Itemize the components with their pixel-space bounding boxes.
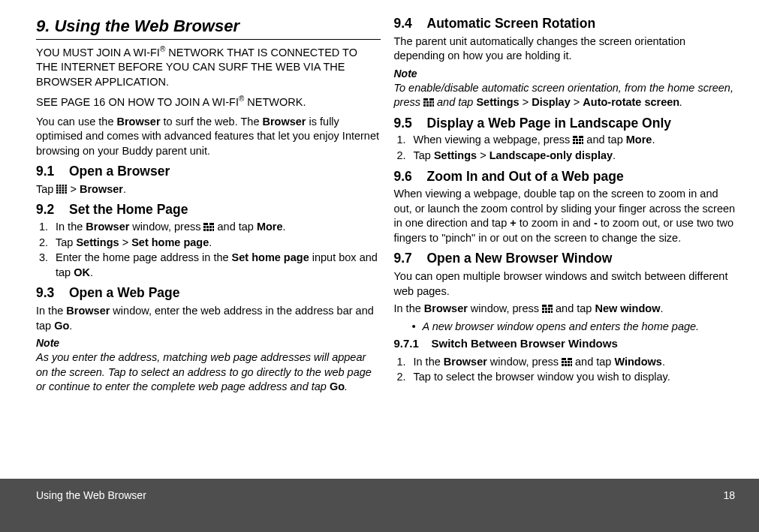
svg-rect-38 bbox=[573, 139, 575, 141]
svg-rect-50 bbox=[548, 308, 550, 310]
svg-rect-44 bbox=[579, 142, 581, 144]
section-9-7-bullets: •A new browser window opens and enters t… bbox=[412, 320, 739, 335]
list-item: 3.Enter the home page address in the Set… bbox=[39, 251, 381, 280]
list-item: 1.In the Browser window, press and tap W… bbox=[397, 355, 739, 370]
section-9-3-body: In the Browser window, enter the web add… bbox=[36, 304, 381, 333]
menu-icon bbox=[562, 356, 572, 364]
section-9-3: 9.3 Open a Web Page bbox=[36, 284, 381, 302]
chapter-title: 9. Using the Web Browser bbox=[36, 15, 381, 40]
svg-rect-46 bbox=[542, 305, 547, 307]
section-9-5-list: 1.When viewing a webpage, press and tap … bbox=[397, 133, 739, 163]
svg-rect-16 bbox=[203, 223, 208, 225]
svg-rect-2 bbox=[62, 185, 65, 187]
section-9-4-body: The parent unit automatically changes th… bbox=[394, 35, 739, 64]
svg-rect-53 bbox=[545, 311, 547, 313]
svg-rect-29 bbox=[426, 101, 429, 104]
svg-rect-34 bbox=[429, 104, 432, 107]
note-heading: Note bbox=[394, 67, 739, 81]
svg-rect-43 bbox=[576, 142, 578, 144]
list-item: 2.Tap to select the browser window you w… bbox=[397, 370, 739, 385]
svg-rect-28 bbox=[423, 101, 426, 104]
footer-title: Using the Web Browser bbox=[36, 489, 146, 532]
svg-rect-18 bbox=[203, 226, 206, 228]
svg-rect-63 bbox=[565, 364, 567, 366]
section-9-5: 9.5 Display a Web Page in Landscape Only bbox=[394, 115, 739, 133]
note-body: As you enter the address, matching web p… bbox=[36, 350, 381, 395]
svg-rect-49 bbox=[545, 308, 547, 310]
svg-rect-6 bbox=[62, 187, 65, 189]
section-9-6-body: When viewing a webpage, double tap on th… bbox=[394, 187, 739, 245]
svg-rect-40 bbox=[579, 139, 581, 141]
svg-rect-5 bbox=[59, 187, 62, 189]
section-9-4: 9.4 Automatic Screen Rotation bbox=[394, 15, 739, 33]
svg-rect-9 bbox=[59, 189, 62, 191]
list-item: 2.Tap Settings > Set home page. bbox=[39, 236, 381, 251]
svg-rect-64 bbox=[568, 364, 570, 366]
chapter-num: 9. bbox=[36, 17, 50, 35]
svg-rect-42 bbox=[573, 142, 575, 144]
section-9-6: 9.6 Zoom In and Out of a Web page bbox=[394, 168, 739, 186]
menu-icon bbox=[573, 134, 583, 142]
svg-rect-22 bbox=[203, 229, 206, 231]
svg-rect-54 bbox=[548, 311, 550, 313]
list-item: 2.Tap Settings > Landscape-only display. bbox=[397, 149, 739, 164]
svg-rect-4 bbox=[56, 187, 59, 189]
page-number: 18 bbox=[723, 489, 735, 532]
list-item: 1.When viewing a webpage, press and tap … bbox=[397, 133, 739, 148]
right-column: 9.4 Automatic Screen Rotation The parent… bbox=[394, 15, 739, 473]
section-9-2: 9.2 Set the Home Page bbox=[36, 201, 381, 219]
svg-rect-59 bbox=[565, 361, 567, 363]
svg-rect-36 bbox=[573, 136, 577, 138]
svg-rect-52 bbox=[542, 311, 544, 313]
section-9-7-body1: You can open multiple browser windows an… bbox=[394, 269, 739, 299]
note-body: To enable/disable automatic screen orien… bbox=[394, 81, 739, 110]
section-9-7-1: 9.7.1 Switch Between Browser Windows bbox=[394, 336, 739, 351]
section-9-7-1-list: 1.In the Browser window, press and tap W… bbox=[397, 355, 739, 385]
section-9-7: 9.7 Open a New Browser Window bbox=[394, 250, 739, 268]
left-column: 9. Using the Web Browser YOU MUST JOIN A… bbox=[36, 15, 381, 473]
section-9-2-list: 1.In the Browser window, press and tap M… bbox=[39, 220, 381, 280]
chapter-name: Using the Web Browser bbox=[54, 17, 239, 35]
svg-rect-1 bbox=[59, 185, 62, 187]
svg-rect-10 bbox=[62, 189, 65, 191]
svg-rect-26 bbox=[423, 98, 428, 101]
svg-rect-12 bbox=[56, 192, 59, 194]
svg-rect-48 bbox=[542, 308, 544, 310]
note-heading: Note bbox=[36, 336, 381, 350]
svg-rect-8 bbox=[56, 189, 59, 191]
svg-rect-19 bbox=[206, 226, 209, 228]
list-item: •A new browser window opens and enters t… bbox=[412, 320, 739, 335]
svg-rect-39 bbox=[576, 139, 578, 141]
page-content: 9. Using the Web Browser YOU MUST JOIN A… bbox=[0, 0, 759, 480]
menu-icon bbox=[423, 96, 434, 104]
svg-rect-60 bbox=[568, 361, 570, 363]
section-9-1: 9.1 Open a Browser bbox=[36, 163, 381, 181]
svg-rect-33 bbox=[426, 104, 429, 107]
svg-rect-14 bbox=[62, 192, 65, 194]
menu-icon bbox=[542, 302, 553, 311]
svg-rect-30 bbox=[429, 101, 432, 104]
menu-icon bbox=[203, 221, 214, 229]
page-footer: Using the Web Browser 18 bbox=[0, 479, 759, 532]
svg-rect-20 bbox=[209, 226, 212, 228]
section-9-1-body: Tap > Browser. bbox=[36, 182, 381, 197]
apps-grid-icon bbox=[56, 183, 67, 192]
intro-para-3: You can use the Browser to surf the web.… bbox=[36, 115, 381, 159]
intro-para-2: SEE PAGE 16 ON HOW TO JOIN A WI-FI® NETW… bbox=[36, 94, 381, 110]
svg-rect-58 bbox=[562, 361, 564, 363]
svg-rect-0 bbox=[56, 185, 59, 187]
svg-rect-62 bbox=[562, 364, 564, 366]
list-item: 1.In the Browser window, press and tap M… bbox=[39, 220, 381, 235]
svg-rect-56 bbox=[562, 358, 566, 360]
svg-rect-24 bbox=[209, 229, 212, 231]
svg-rect-23 bbox=[206, 229, 209, 231]
svg-rect-13 bbox=[59, 192, 62, 194]
section-9-7-body2: In the Browser window, press and tap New… bbox=[394, 302, 739, 317]
svg-rect-32 bbox=[423, 104, 426, 107]
intro-para-1: YOU MUST JOIN A WI-FI® NETWORK THAT IS C… bbox=[36, 44, 381, 90]
